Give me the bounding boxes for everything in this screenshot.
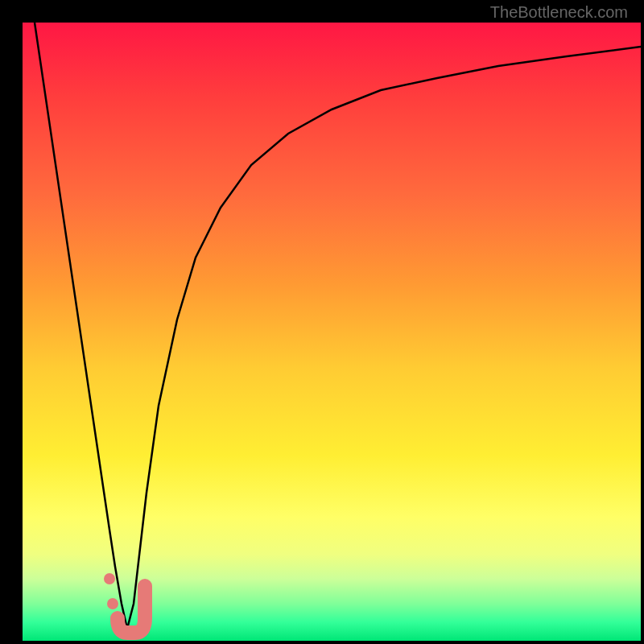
chart-container <box>23 23 641 641</box>
bottleneck-curve <box>23 23 641 641</box>
svg-point-2 <box>107 598 118 609</box>
right-curve-segment <box>127 47 641 629</box>
svg-point-1 <box>104 573 115 584</box>
bottleneck-marker <box>104 573 145 633</box>
watermark-text: TheBottleneck.com <box>490 3 628 22</box>
left-curve-segment <box>35 23 127 629</box>
